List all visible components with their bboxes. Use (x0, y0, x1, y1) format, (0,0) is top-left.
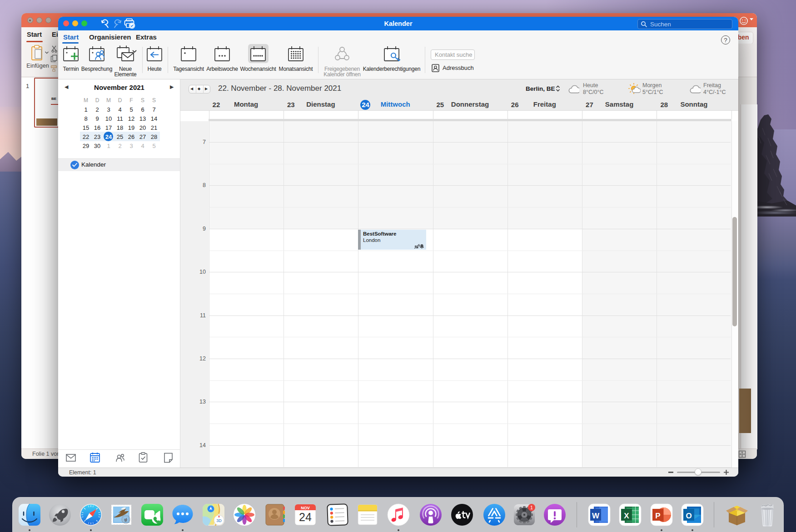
svg-text:W: W (592, 512, 600, 520)
svg-text:X: X (624, 512, 629, 520)
svg-text:1: 1 (530, 505, 533, 510)
svg-text:3D: 3D (216, 518, 222, 523)
svg-text:NOV: NOV (301, 506, 310, 510)
svg-text:O: O (686, 512, 692, 520)
svg-text:24: 24 (299, 511, 312, 523)
svg-text:P: P (655, 512, 660, 520)
